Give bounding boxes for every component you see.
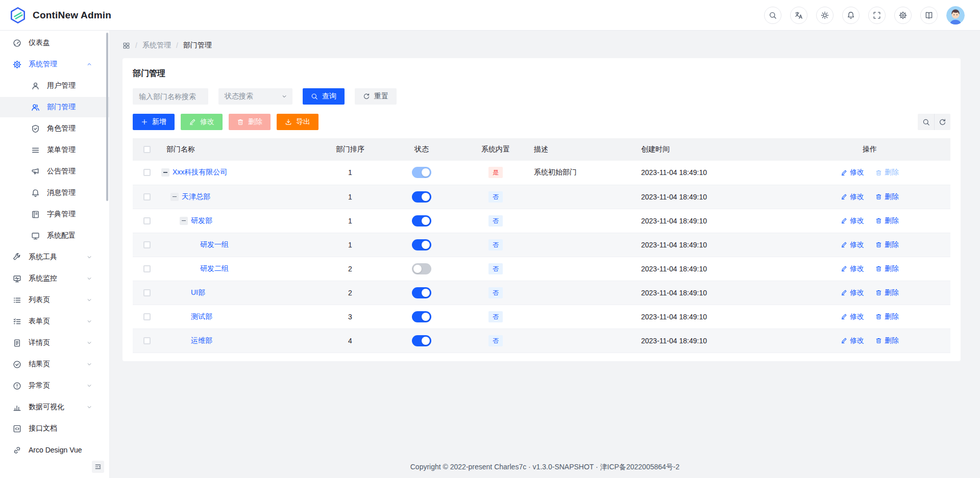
tree-collapse-button[interactable] xyxy=(180,217,188,225)
department-link[interactable]: 研发部 xyxy=(191,216,212,225)
settings-button[interactable] xyxy=(894,7,912,24)
department-link[interactable]: Xxx科技有限公司 xyxy=(173,168,227,177)
row-edit-link[interactable]: 修改 xyxy=(841,264,864,273)
docs-button[interactable] xyxy=(920,7,938,24)
sidebar-item-list-page[interactable]: 列表页 xyxy=(0,290,109,310)
row-delete-link[interactable]: 删除 xyxy=(875,240,899,249)
row-checkbox[interactable] xyxy=(143,265,151,272)
tree-collapse-button[interactable] xyxy=(161,168,169,177)
search-button[interactable]: 查询 xyxy=(303,88,345,105)
gear-icon xyxy=(899,11,907,19)
row-checkbox[interactable] xyxy=(143,193,151,200)
row-checkbox[interactable] xyxy=(143,169,151,176)
row-edit-link[interactable]: 修改 xyxy=(841,240,864,249)
translate-button[interactable] xyxy=(790,7,807,24)
select-all-checkbox[interactable] xyxy=(143,146,151,153)
row-delete-link[interactable]: 删除 xyxy=(875,192,899,202)
sidebar-item-role-management[interactable]: 角色管理 xyxy=(0,118,109,139)
status-switch[interactable] xyxy=(412,335,431,346)
row-actions: 修改删除 xyxy=(789,192,950,202)
sidebar-item-menu-management[interactable]: 菜单管理 xyxy=(0,140,109,160)
row-delete-link[interactable]: 删除 xyxy=(875,264,899,273)
row-edit-link[interactable]: 修改 xyxy=(841,216,864,225)
edit-button[interactable]: 修改 xyxy=(181,114,223,130)
sidebar-item-detail-page[interactable]: 详情页 xyxy=(0,333,109,353)
sidebar-item-form-page[interactable]: 表单页 xyxy=(0,311,109,332)
sidebar-item-result-page[interactable]: 结果页 xyxy=(0,354,109,374)
row-checkbox[interactable] xyxy=(143,241,151,248)
row-checkbox[interactable] xyxy=(143,313,151,320)
chevron-down-icon xyxy=(85,275,94,282)
bell-icon xyxy=(847,11,855,19)
created-time-cell: 2023-11-04 18:49:10 xyxy=(641,281,789,305)
department-link[interactable]: 天津总部 xyxy=(182,192,210,202)
status-switch[interactable] xyxy=(412,191,431,203)
user-avatar[interactable] xyxy=(946,6,965,24)
row-edit-link[interactable]: 修改 xyxy=(841,288,864,297)
row-delete-link[interactable]: 删除 xyxy=(875,168,899,177)
row-delete-link[interactable]: 删除 xyxy=(875,216,899,225)
status-switch[interactable] xyxy=(412,239,431,250)
tree-node: UI部 xyxy=(161,288,314,297)
row-delete-link[interactable]: 删除 xyxy=(875,336,899,345)
row-checkbox[interactable] xyxy=(143,217,151,224)
sidebar-scrollbar[interactable] xyxy=(106,33,108,201)
status-switch[interactable] xyxy=(412,311,431,322)
row-select-wrap xyxy=(133,265,161,272)
row-edit-link[interactable]: 修改 xyxy=(841,336,864,345)
row-delete-link[interactable]: 删除 xyxy=(875,288,899,297)
department-link[interactable]: UI部 xyxy=(191,288,205,297)
sidebar-item-system-tools[interactable]: 系统工具 xyxy=(0,247,109,267)
sidebar-item-user-management[interactable]: 用户管理 xyxy=(0,76,109,96)
sidebar-collapse-button[interactable] xyxy=(92,461,104,473)
department-link[interactable]: 研发二组 xyxy=(200,264,229,273)
sidebar-item-data-visualization[interactable]: 数据可视化 xyxy=(0,397,109,417)
department-name-search-input[interactable] xyxy=(133,88,208,105)
row-edit-link[interactable]: 修改 xyxy=(841,192,864,202)
status-switch[interactable] xyxy=(412,287,431,298)
sidebar-item-dictionary-management[interactable]: 字典管理 xyxy=(0,204,109,224)
department-link[interactable]: 研发一组 xyxy=(200,240,229,249)
department-link[interactable]: 测试部 xyxy=(191,312,212,321)
add-button[interactable]: 新增 xyxy=(133,114,175,130)
fullscreen-button[interactable] xyxy=(868,7,886,24)
sidebar-item-announcement-management[interactable]: 公告管理 xyxy=(0,161,109,182)
status-switch[interactable] xyxy=(412,215,431,227)
column-header: 创建时间 xyxy=(641,138,789,161)
status-switch[interactable] xyxy=(412,263,431,274)
status-filter-select[interactable]: 状态搜索 xyxy=(218,88,292,105)
reset-button[interactable]: 重置 xyxy=(355,88,397,105)
tree-collapse-button[interactable] xyxy=(170,193,179,201)
sidebar-item-department-management[interactable]: 部门管理 xyxy=(0,97,109,117)
row-edit-link[interactable]: 修改 xyxy=(841,168,864,177)
table-search-button[interactable] xyxy=(918,114,934,130)
sidebar-item-arco-design-vue[interactable]: Arco Design Vue xyxy=(0,440,109,460)
status-cell xyxy=(386,161,457,185)
sidebar-item-system-config[interactable]: 系统配置 xyxy=(0,225,109,246)
sidebar-item-api-docs[interactable]: 接口文档 xyxy=(0,418,109,439)
row-checkbox[interactable] xyxy=(143,337,151,344)
row-actions: 修改删除 xyxy=(789,264,950,273)
row-select-wrap xyxy=(133,217,161,224)
row-delete-link[interactable]: 删除 xyxy=(875,312,899,321)
sidebar-item-system-management[interactable]: 系统管理 xyxy=(0,54,109,74)
status-switch[interactable] xyxy=(412,167,431,178)
sidebar-item-system-monitor[interactable]: 系统监控 xyxy=(0,268,109,289)
breadcrumb-item[interactable]: 系统管理 xyxy=(142,41,171,50)
sidebar-item-message-management[interactable]: 消息管理 xyxy=(0,183,109,203)
theme-button[interactable] xyxy=(816,7,834,24)
table-refresh-button[interactable] xyxy=(934,114,950,130)
department-link[interactable]: 运维部 xyxy=(191,336,212,345)
apps-grid-icon[interactable] xyxy=(122,42,130,49)
notifications-button[interactable] xyxy=(842,7,860,24)
sidebar-item-exception-page[interactable]: 异常页 xyxy=(0,375,109,396)
sidebar-item-dashboard[interactable]: 仪表盘 xyxy=(0,33,109,53)
search-button[interactable] xyxy=(764,7,781,24)
delete-button[interactable]: 删除 xyxy=(229,114,271,130)
actions-cell: 修改删除 xyxy=(789,161,950,185)
row-edit-link[interactable]: 修改 xyxy=(841,312,864,321)
export-button[interactable]: 导出 xyxy=(277,114,318,130)
row-checkbox[interactable] xyxy=(143,289,151,296)
sidebar-item-label: 字典管理 xyxy=(47,210,76,219)
department-name-cell: 研发一组 xyxy=(161,233,314,257)
